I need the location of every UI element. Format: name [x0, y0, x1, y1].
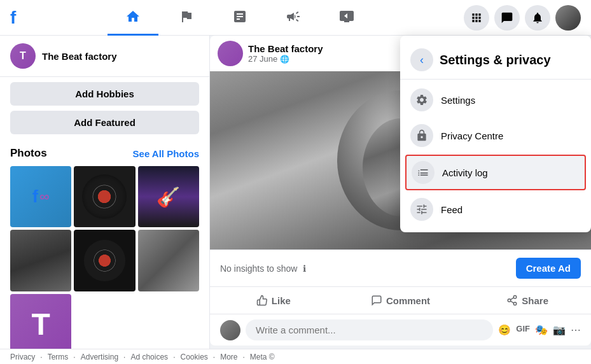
footer-privacy[interactable]: Privacy — [10, 353, 35, 361]
comment-button[interactable]: Comment — [337, 290, 464, 311]
settings-panel-title: Settings & privacy — [440, 53, 551, 67]
activity-log-label: Activity log — [442, 167, 488, 178]
insights-text: No insights to show — [220, 263, 297, 274]
nav-center — [16, 0, 464, 36]
photo-thumb-2[interactable] — [74, 166, 135, 227]
back-button[interactable]: ‹ — [410, 48, 433, 71]
nav-chart-button[interactable] — [214, 0, 265, 36]
main-content: T The Beat factory Add Hobbies Add Featu… — [0, 36, 591, 364]
dropdown-header: ‹ Settings & privacy — [400, 41, 591, 80]
svg-line-4 — [511, 298, 514, 300]
facebook-logo: f — [10, 8, 16, 28]
post-avatar — [218, 41, 243, 66]
settings-label: Settings — [441, 95, 475, 106]
guitar-photo: 🎸 — [138, 166, 199, 227]
nav-grid-button[interactable] — [464, 5, 489, 31]
post-author-name: The Beat factory — [248, 43, 323, 54]
insights-info: No insights to show ℹ — [220, 263, 306, 274]
vinyl-record-2 — [84, 240, 125, 281]
photos-header: Photos See All Photos — [10, 147, 199, 160]
comment-emoji-icons: 😊 GIF 🎭 📷 ⋯ — [498, 324, 581, 336]
photo-thumb-7[interactable]: T — [10, 294, 71, 355]
svg-line-3 — [511, 301, 514, 303]
comment-label: Comment — [386, 295, 430, 306]
photos-section: Photos See All Photos f ∞ 🎸 — [0, 139, 209, 363]
left-sidebar: T The Beat factory Add Hobbies Add Featu… — [0, 36, 210, 364]
comment-avatar — [220, 320, 240, 340]
comment-box: 😊 GIF 🎭 📷 ⋯ — [210, 314, 591, 346]
sticker-icon[interactable]: 🎭 — [535, 324, 548, 336]
svg-point-2 — [514, 302, 517, 305]
feed-label: Feed — [441, 204, 462, 215]
svg-point-0 — [514, 296, 517, 299]
add-featured-button[interactable]: Add Featured — [10, 111, 199, 134]
like-label: Like — [272, 295, 291, 306]
photos-grid: f ∞ 🎸 — [10, 166, 199, 355]
insights-info-icon[interactable]: ℹ — [303, 263, 306, 274]
vinyl-record-1 — [82, 174, 127, 219]
photo-icon-comment[interactable]: 📷 — [553, 324, 566, 336]
profile-avatar-nav[interactable] — [555, 5, 581, 31]
gif-icon[interactable]: GIF — [516, 324, 530, 336]
photo-thumb-4[interactable] — [10, 230, 71, 291]
post-meta: The Beat factory 27 June 🌐 — [248, 43, 323, 64]
nav-play-button[interactable] — [321, 0, 372, 36]
share-button[interactable]: Share — [464, 290, 591, 311]
profile-header: T The Beat factory — [0, 36, 209, 77]
sidebar-profile-name: The Beat factory — [42, 51, 117, 62]
nav-flag-button[interactable] — [161, 0, 212, 36]
privacy-centre-label: Privacy Centre — [441, 130, 503, 141]
like-button[interactable]: Like — [210, 290, 337, 311]
post-actions: Like Comment Share — [210, 286, 591, 314]
footer-ad-choices[interactable]: Ad choices — [130, 353, 168, 361]
footer-advertising[interactable]: Advertising — [81, 353, 118, 361]
svg-point-1 — [508, 299, 511, 302]
settings-privacy-panel: ‹ Settings & privacy Settings Privacy Ce… — [400, 36, 591, 232]
gear-icon — [410, 88, 433, 111]
nav-right — [464, 5, 581, 31]
photo-thumb-5[interactable] — [74, 230, 135, 291]
settings-item[interactable]: Settings — [400, 82, 591, 118]
nav-home-button[interactable] — [108, 0, 158, 36]
letter-t: T — [32, 307, 50, 342]
nav-messenger-button[interactable] — [494, 5, 520, 31]
more-icon-comment[interactable]: ⋯ — [571, 324, 581, 336]
fb-logo-photo: f ∞ — [32, 186, 50, 207]
footer-cookies[interactable]: Cookies — [180, 353, 207, 361]
footer-terms[interactable]: Terms — [48, 353, 69, 361]
people-photo — [10, 230, 71, 291]
footer-more[interactable]: More — [220, 353, 237, 361]
add-hobbies-button[interactable]: Add Hobbies — [10, 82, 199, 106]
activity-log-item[interactable]: Activity log — [405, 155, 586, 190]
share-label: Share — [522, 295, 548, 306]
footer-meta: Meta © — [250, 353, 275, 361]
top-nav: f — [0, 0, 591, 36]
sliders-icon — [410, 198, 433, 221]
sidebar-profile-avatar: T — [10, 43, 36, 69]
photo-thumb-3[interactable]: 🎸 — [138, 166, 199, 227]
create-ad-button[interactable]: Create Ad — [516, 258, 581, 279]
list-icon — [412, 161, 435, 184]
emoji-icon[interactable]: 😊 — [498, 324, 511, 336]
post-insights: No insights to show ℹ Create Ad — [210, 249, 591, 286]
post-date: 27 June 🌐 — [248, 54, 323, 64]
see-all-photos-link[interactable]: See All Photos — [133, 148, 199, 159]
photo-thumb-1[interactable]: f ∞ — [10, 166, 71, 227]
bw-photo — [138, 230, 199, 291]
nav-left: f — [10, 8, 16, 28]
photos-title: Photos — [10, 147, 47, 160]
comment-input[interactable] — [246, 319, 493, 340]
footer-bar: Privacy · Terms · Advertising · Ad choic… — [0, 349, 591, 364]
lock-icon — [410, 124, 433, 147]
nav-bell-button[interactable] — [525, 5, 550, 31]
photo-thumb-6[interactable] — [138, 230, 199, 291]
feed-item[interactable]: Feed — [400, 192, 591, 227]
nav-megaphone-button[interactable] — [268, 0, 319, 36]
privacy-centre-item[interactable]: Privacy Centre — [400, 118, 591, 153]
